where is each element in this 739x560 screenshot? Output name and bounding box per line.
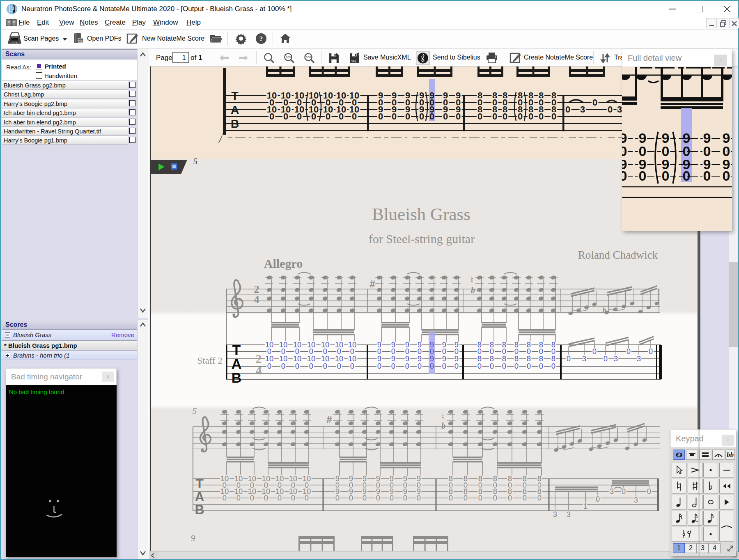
svg-text:0: 0 [493,493,497,502]
svg-text:for Steel-string guitar: for Steel-string guitar [369,232,475,246]
svg-text:0: 0 [514,362,519,370]
svg-text:A: A [231,103,239,116]
svg-text:0: 0 [326,111,330,122]
svg-text:0: 0 [723,168,730,184]
svg-text:Staff 2: Staff 2 [197,356,223,366]
svg-text:♮: ♮ [441,411,444,422]
svg-text:0: 0 [281,362,285,370]
svg-text:3: 3 [582,354,586,363]
svg-text:b: b [441,421,445,430]
svg-text:0: 0 [647,487,651,496]
svg-text:0: 0 [492,111,497,122]
svg-text:0: 0 [639,168,647,184]
svg-text:0: 0 [622,168,627,184]
svg-text:0: 0 [352,111,357,122]
svg-text:0: 0 [464,493,468,502]
svg-text:3: 3 [610,487,614,496]
svg-text:0: 0 [403,493,407,502]
svg-text:0: 0 [567,354,571,363]
svg-text:0: 0 [518,111,523,122]
svg-text:0: 0 [551,362,555,370]
svg-text:0: 0 [335,493,340,502]
svg-text:200: 200 [306,55,311,59]
svg-text:0: 0 [269,111,274,122]
svg-text:0: 0 [503,111,507,122]
svg-text:0: 0 [417,493,421,502]
svg-text:0: 0 [223,493,227,502]
svg-text:0: 0 [405,362,409,370]
svg-text:0: 0 [337,362,341,370]
svg-text:B: B [195,502,204,517]
svg-text:0: 0 [378,111,383,122]
svg-text:0: 0 [297,111,302,122]
svg-text:3: 3 [567,510,571,519]
svg-text:0: 0 [649,347,653,356]
svg-text:0: 0 [523,493,527,502]
svg-text:0: 0 [267,362,271,370]
svg-text:#: # [326,414,332,425]
svg-text:T: T [195,476,204,491]
svg-text:Blueish Grass: Blueish Grass [372,204,470,224]
svg-text:1: 1 [583,502,588,510]
svg-text:3: 3 [617,104,622,115]
svg-text:0: 0 [418,362,422,370]
svg-text:A: A [232,356,242,372]
svg-text:0: 0 [278,493,282,502]
svg-text:4: 4 [256,363,262,377]
svg-text:0: 0 [454,362,459,370]
svg-text:0: 0 [528,111,533,122]
svg-text:0: 0 [291,493,295,502]
svg-text:0: 0 [377,362,381,370]
svg-text:0: 0 [349,493,353,502]
svg-text:0: 0 [703,168,711,184]
svg-text:3: 3 [614,354,618,363]
svg-text:Roland Chadwick: Roland Chadwick [578,249,658,261]
svg-text:0: 0 [305,493,309,502]
svg-text:3: 3 [637,354,641,363]
svg-text:0: 0 [539,362,543,370]
svg-text:0: 0 [390,493,394,502]
svg-text:0: 0 [565,104,570,115]
svg-text:PDF: PDF [78,39,83,42]
svg-text:Allegro: Allegro [264,257,303,270]
svg-text:0: 0 [502,362,506,370]
svg-text:0: 0 [551,111,556,122]
svg-text:0: 0 [429,111,434,122]
svg-text:T: T [232,342,241,358]
svg-text:0: 0 [662,168,670,184]
svg-text:0: 0 [283,111,288,122]
svg-text:XML: XML [351,60,357,63]
svg-text:0: 0 [604,354,608,363]
svg-text:0: 0 [683,168,691,184]
svg-text:3: 3 [553,510,557,519]
svg-text:5: 5 [193,157,197,166]
svg-text:#: # [370,278,375,289]
svg-text:0: 0 [405,111,410,122]
svg-text:0: 0 [596,495,600,503]
svg-text:0: 0 [392,111,397,122]
svg-text:0: 0 [339,111,344,122]
svg-text:0: 0 [264,493,268,502]
svg-text:0: 0 [477,362,482,370]
svg-text:3: 3 [580,104,585,115]
svg-text:5: 5 [193,406,197,416]
svg-text:100: 100 [286,55,291,59]
svg-text:0: 0 [363,493,367,502]
svg-text:0: 0 [608,104,613,115]
svg-text:0: 0 [539,111,544,122]
svg-text:9: 9 [191,533,195,543]
svg-text:0: 0 [456,111,461,122]
svg-text:0: 0 [527,362,531,370]
svg-text:♮: ♮ [470,275,474,285]
svg-text:0: 0 [508,493,512,502]
svg-text:0: 0 [477,111,482,122]
svg-text:0: 0 [592,97,597,108]
svg-text:0: 0 [250,493,254,502]
svg-text:0: 0 [627,347,631,356]
svg-text:0: 0 [430,362,434,370]
svg-text:?: ? [259,35,263,43]
svg-text:0: 0 [323,362,327,370]
svg-text:0: 0 [449,493,453,502]
svg-text:0: 0 [391,362,395,370]
svg-text:0: 0 [309,362,313,370]
